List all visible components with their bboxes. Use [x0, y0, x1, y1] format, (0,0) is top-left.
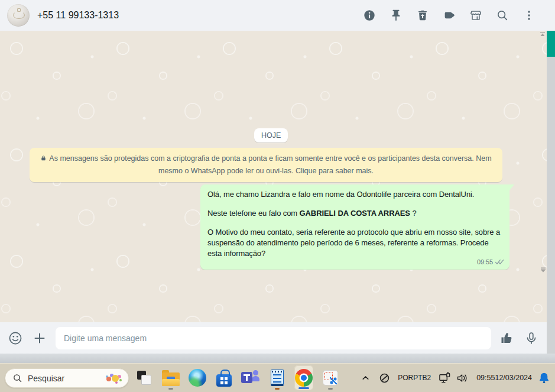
- message-paragraph-2: Neste telefone eu falo com GABRIELI DA C…: [207, 208, 502, 219]
- running-indicator: [328, 388, 333, 390]
- double-check-icon: [495, 259, 504, 265]
- taskbar-item-notepad[interactable]: [268, 365, 287, 391]
- lock-icon: [40, 155, 47, 161]
- contact-title[interactable]: +55 11 99133-1313: [37, 10, 119, 21]
- search-icon[interactable]: [495, 8, 509, 22]
- language-indicator[interactable]: POR PTB2: [398, 374, 431, 382]
- kebab-menu-icon[interactable]: [522, 8, 536, 22]
- composer-bar: [0, 322, 547, 354]
- language-line2: PTB2: [413, 374, 431, 382]
- chat-scrollbar-track[interactable]: [547, 31, 555, 354]
- pin-icon[interactable]: [389, 8, 403, 22]
- edge-icon: [189, 369, 206, 387]
- taskbar-item-teams[interactable]: [241, 365, 260, 391]
- message-meta: 09:55: [477, 257, 504, 267]
- task-view-icon: [137, 371, 151, 385]
- message-p2-contact-name: GABRIELI DA COSTA ARRAES: [300, 209, 410, 218]
- chat-header: +55 11 99133-1313: [0, 0, 555, 31]
- running-indicator: [275, 388, 280, 390]
- notepad-icon: [271, 370, 284, 386]
- emoji-icon[interactable]: [7, 330, 24, 346]
- date-badge-label: HOJE: [261, 131, 281, 140]
- chat-scrollbar-thumb[interactable]: [547, 31, 555, 57]
- volume-icon[interactable]: [456, 373, 469, 383]
- chat-area: HOJE As mensagens são protegidas com a c…: [0, 31, 555, 322]
- search-icon: [12, 373, 22, 383]
- message-input[interactable]: [56, 327, 491, 349]
- info-icon[interactable]: [362, 8, 377, 22]
- search-flowers-icon: [112, 375, 119, 382]
- snipping-tool-icon: [323, 370, 338, 385]
- clock[interactable]: 09:55 12/03/2024: [476, 374, 532, 383]
- chrome-icon: [295, 369, 313, 387]
- encryption-notice-text: As mensagens são protegidas com a cripto…: [49, 154, 491, 175]
- scroll-down-icon[interactable]: [539, 267, 547, 273]
- date-badge: HOJE: [254, 128, 288, 142]
- taskbar-item-snipping-tool[interactable]: [321, 365, 340, 391]
- system-tray: POR PTB2 09:55 12/03/2024: [361, 364, 555, 392]
- notification-bell-icon[interactable]: [537, 371, 551, 385]
- screen: +55 11 99133-1313: [0, 0, 555, 392]
- microsoft-store-icon: [216, 374, 232, 387]
- tray-date: 12/03/2024: [495, 374, 532, 383]
- contact-avatar[interactable]: [7, 4, 30, 27]
- active-indicator: [298, 387, 309, 389]
- storefront-icon[interactable]: [469, 8, 483, 22]
- message-paragraph-3: O Motivo do meu contato, seria referente…: [207, 227, 502, 259]
- blocked-status-icon[interactable]: [379, 372, 390, 384]
- label-icon[interactable]: [442, 8, 456, 22]
- taskbar-item-microsoft-store[interactable]: [215, 365, 233, 391]
- outgoing-message-bubble: Olá, me chamo Lizandra e falo em nome da…: [200, 184, 509, 270]
- scroll-up-icon[interactable]: [538, 31, 546, 37]
- attach-plus-icon[interactable]: [31, 330, 48, 346]
- message-p2-suffix: ?: [410, 209, 417, 218]
- taskbar-item-task-view[interactable]: [135, 365, 154, 391]
- taskbar-item-edge[interactable]: [188, 365, 207, 391]
- language-line1: POR: [398, 374, 413, 382]
- header-actions: [362, 8, 536, 22]
- message-time: 09:55: [477, 257, 493, 267]
- file-explorer-icon: [162, 372, 180, 386]
- taskbar-item-chrome[interactable]: [294, 365, 313, 390]
- encryption-notice[interactable]: As mensagens são protegidas com a cripto…: [30, 148, 502, 182]
- taskbar-apps: [135, 364, 340, 392]
- message-paragraph-1: Olá, me chamo Lizandra e falo em nome da…: [207, 189, 502, 200]
- taskbar-search[interactable]: Pesquisar: [5, 368, 129, 388]
- teams-icon: [241, 370, 260, 385]
- taskbar-item-file-explorer[interactable]: [161, 365, 180, 391]
- network-icon[interactable]: [439, 372, 451, 384]
- tray-time: 09:55: [476, 374, 495, 383]
- microphone-icon[interactable]: [523, 330, 540, 346]
- thumbs-up-icon[interactable]: [499, 330, 515, 346]
- window-bottom-edge: [0, 354, 555, 363]
- message-p2-prefix: Neste telefone eu falo com: [207, 209, 300, 218]
- search-label: Pesquisar: [28, 374, 64, 383]
- chevron-up-icon[interactable]: [361, 374, 370, 383]
- taskbar: Pesquisar: [0, 363, 555, 392]
- trash-icon[interactable]: [416, 8, 430, 22]
- running-indicator: [168, 388, 173, 390]
